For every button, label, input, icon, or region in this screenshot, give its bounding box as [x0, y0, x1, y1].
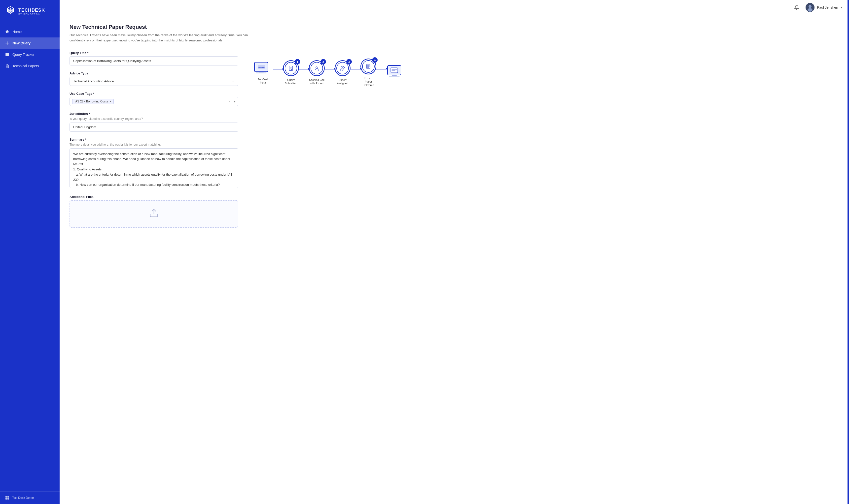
- query-title-input[interactable]: [70, 56, 238, 66]
- avatar: [805, 3, 814, 12]
- diagram-step-3: 3 Expert Assigned: [335, 60, 350, 85]
- tag-input-wrapper[interactable]: IAS 23 - Borrowing Costs × × ▾: [70, 97, 238, 106]
- tag-divider: [232, 100, 232, 104]
- summary-textarea[interactable]: We are currently overseeing the construc…: [70, 148, 238, 188]
- page-description: Our Technical Experts have been meticulo…: [70, 33, 248, 43]
- document-icon: [5, 64, 10, 68]
- svg-point-12: [809, 5, 812, 8]
- summary-sublabel: The more detail you add here, the easier…: [70, 143, 238, 146]
- svg-rect-20: [256, 72, 266, 73]
- page-title: New Technical Paper Request: [70, 24, 839, 30]
- upload-icon: [149, 208, 159, 220]
- home-icon: [5, 30, 10, 34]
- query-tracker-label: Query Tracker: [13, 53, 35, 57]
- sidebar-item-new-query[interactable]: New Query: [0, 37, 59, 49]
- footer-label: TechDesk Demo: [12, 496, 34, 500]
- step-3-icon: [339, 65, 346, 71]
- svg-text:TECHDESK: TECHDESK: [258, 67, 265, 68]
- user-menu[interactable]: Paul Jenshen ▾: [805, 3, 842, 12]
- svg-rect-5: [5, 54, 9, 55]
- username-text: Paul Jenshen: [817, 5, 838, 10]
- use-case-tags-group: Use Case Tags * IAS 23 - Borrowing Costs…: [70, 92, 238, 106]
- svg-rect-7: [5, 496, 7, 498]
- step-1-icon: [288, 65, 294, 71]
- file-drop-zone[interactable]: [70, 200, 238, 228]
- process-diagram: TECHDESK TechDeskPortal: [253, 54, 406, 92]
- use-case-tags-label: Use Case Tags *: [70, 92, 238, 95]
- jurisdiction-label: Jurisdiction *: [70, 112, 238, 115]
- diagram-steps: TECHDESK TechDeskPortal: [253, 58, 406, 87]
- sidebar: TECHDESK BY REMOTECA Home New Query Quer…: [0, 0, 59, 504]
- step-1-label: Query Submitted: [283, 78, 299, 85]
- end-computer-icon: [386, 64, 406, 79]
- connector-1: [273, 69, 283, 69]
- step-1-circle: 1: [283, 60, 299, 76]
- plus-icon: [5, 41, 10, 46]
- sidebar-footer: TechDesk Demo: [0, 491, 59, 504]
- svg-rect-4: [5, 53, 9, 54]
- svg-point-23: [341, 67, 343, 68]
- logo-icon: [5, 6, 16, 17]
- connector-3: [325, 69, 335, 69]
- jurisdiction-input[interactable]: [70, 123, 238, 132]
- tag-text: IAS 23 - Borrowing Costs: [74, 100, 108, 103]
- connector-5: [376, 69, 386, 69]
- header: Paul Jenshen ▾: [59, 0, 849, 15]
- step-4-circle: 4: [361, 58, 376, 74]
- connector-4: [350, 69, 361, 69]
- list-icon: [5, 52, 10, 57]
- chevron-down-icon: ▾: [841, 6, 842, 9]
- sidebar-item-query-tracker[interactable]: Query Tracker: [0, 49, 59, 60]
- svg-point-22: [316, 67, 318, 69]
- jurisdiction-group: Jurisdiction * Is your query related to …: [70, 112, 238, 132]
- tag-remove-icon[interactable]: ×: [109, 100, 111, 103]
- right-accent-bar: [848, 0, 849, 504]
- step-4-inner: [362, 60, 375, 73]
- step-3-circle: 3: [335, 60, 350, 76]
- diagram-step-2: 2 Scoping Call with Expert: [309, 60, 325, 85]
- tag-item: IAS 23 - Borrowing Costs ×: [72, 99, 114, 104]
- sidebar-logo: TECHDESK BY REMOTECA: [0, 0, 59, 22]
- svg-rect-10: [7, 498, 9, 500]
- svg-rect-9: [5, 498, 7, 500]
- advice-type-label: Advice Type: [70, 71, 238, 75]
- start-computer-icon: TECHDESK: [253, 61, 273, 76]
- advice-type-group: Advice Type Technical Accounting Advice …: [70, 71, 238, 86]
- step-2-badge: 2: [320, 59, 326, 65]
- step-2-inner: [311, 62, 323, 74]
- query-title-label: Query Title *: [70, 51, 238, 55]
- sidebar-item-home[interactable]: Home: [0, 26, 59, 37]
- tag-clear-icon[interactable]: ×: [228, 100, 231, 104]
- additional-files-group: Additional Files: [70, 195, 238, 228]
- content-area: New Technical Paper Request Our Technica…: [59, 15, 849, 504]
- jurisdiction-sublabel: Is your query related to a specific coun…: [70, 117, 238, 121]
- svg-rect-8: [7, 496, 9, 498]
- step-1-inner: [285, 62, 297, 74]
- connector-2: [299, 69, 309, 69]
- sidebar-item-technical-papers[interactable]: Technical Papers: [0, 60, 59, 72]
- svg-rect-6: [5, 55, 9, 56]
- svg-rect-30: [389, 76, 400, 77]
- svg-rect-19: [259, 72, 264, 72]
- start-computer-label: TechDeskPortal: [258, 78, 268, 84]
- sidebar-nav: Home New Query Query Tracker Technical P…: [0, 22, 59, 491]
- step-2-label: Scoping Call with Expert: [309, 78, 325, 85]
- notification-bell[interactable]: [793, 3, 801, 12]
- diagram-step-1: 1 Query Submitted: [283, 60, 299, 85]
- new-query-label: New Query: [13, 41, 31, 45]
- svg-point-24: [343, 67, 345, 68]
- query-title-group: Query Title *: [70, 51, 238, 66]
- step-1-badge: 1: [295, 59, 300, 65]
- home-label: Home: [13, 30, 22, 34]
- advice-type-select[interactable]: Technical Accounting Advice Tax Advice R…: [70, 77, 238, 86]
- diagram-start-computer: TECHDESK TechDeskPortal: [253, 61, 273, 84]
- step-4-label: Expert Paper Delivered: [361, 76, 376, 87]
- main-area: Paul Jenshen ▾ New Technical Paper Reque…: [59, 0, 849, 504]
- logo-by-text: BY REMOTECA: [18, 13, 45, 15]
- process-diagram-section: TECHDESK TechDeskPortal: [253, 51, 406, 234]
- step-3-inner: [336, 62, 349, 74]
- summary-group: Summary * The more detail you add here, …: [70, 138, 238, 189]
- step-3-label: Expert Assigned: [335, 78, 350, 85]
- svg-rect-29: [392, 75, 397, 76]
- tag-dropdown-icon[interactable]: ▾: [234, 100, 236, 104]
